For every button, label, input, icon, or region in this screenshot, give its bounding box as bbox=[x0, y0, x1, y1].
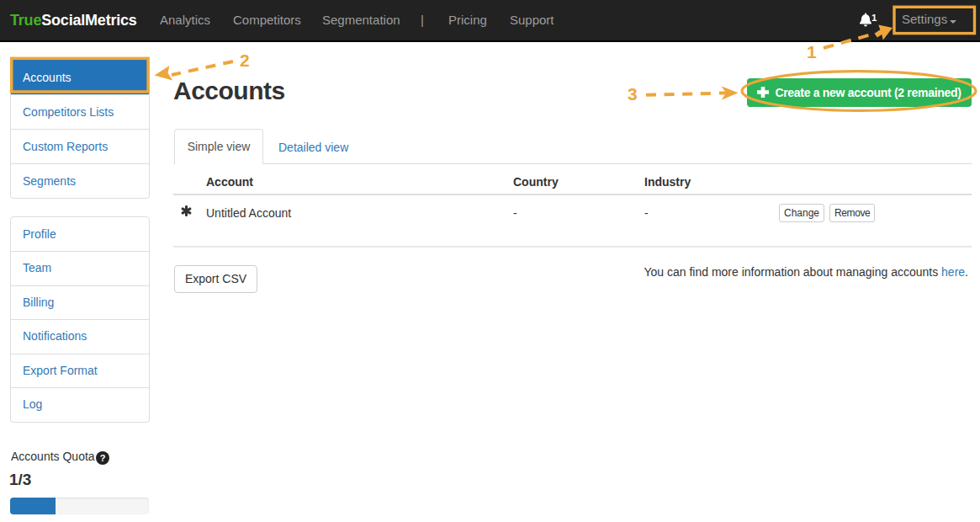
svg-text:?: ? bbox=[100, 453, 106, 463]
